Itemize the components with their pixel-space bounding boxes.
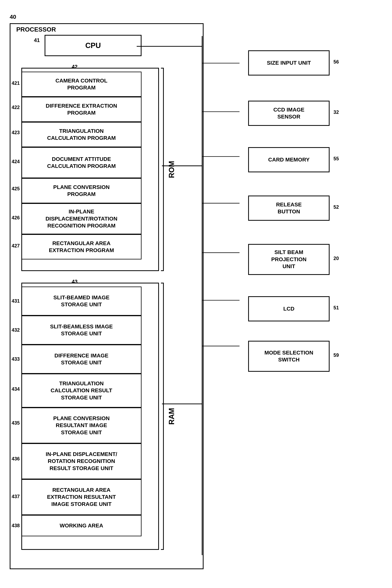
- storage-box-432: SLIT-BEAMLESS IMAGESTORAGE UNIT: [21, 316, 142, 345]
- program-427-text: RECTANGULAR AREAEXTRACTION PROGRAM: [49, 240, 114, 254]
- ref-438: 438: [12, 523, 20, 528]
- ram-label: RAM: [168, 408, 176, 425]
- storage-433-text: DIFFERENCE IMAGESTORAGE UNIT: [54, 352, 108, 366]
- ref-433: 433: [12, 356, 20, 362]
- program-423-text: TRIANGULATIONCALCULATION PROGRAM: [47, 128, 116, 142]
- ref-32: 32: [334, 109, 339, 115]
- program-box-426: IN-PLANEDISPLACEMENT/ROTATIONRECOGNITION…: [21, 203, 142, 234]
- ref-425: 425: [12, 186, 20, 192]
- processor-label: PROCESSOR: [16, 26, 56, 33]
- storage-431-text: SLIT-BEAMED IMAGESTORAGE UNIT: [53, 294, 109, 308]
- lcd-text: LCD: [283, 305, 294, 312]
- rom-label-container: ROM: [163, 68, 180, 271]
- program-421-text: CAMERA CONTROLPROGRAM: [56, 77, 108, 91]
- program-box-424: DOCUMENT ATTITUDECALCULATION PROGRAM: [21, 147, 142, 178]
- slit-beam-text: SILT BEAMPROJECTIONUNIT: [271, 249, 306, 270]
- storage-box-434: TRIANGULATIONCALCULATION RESULTSTORAGE U…: [21, 374, 142, 407]
- right-box-card-memory: CARD MEMORY: [248, 147, 330, 172]
- ref-51: 51: [334, 305, 339, 311]
- storage-438-text: WORKING AREA: [60, 522, 103, 529]
- ref-426: 426: [12, 215, 20, 220]
- storage-box-437: RECTANGULAR AREAEXTRACTION RESULTANTIMAG…: [21, 479, 142, 515]
- storage-box-433: DIFFERENCE IMAGESTORAGE UNIT: [21, 345, 142, 374]
- storage-432-text: SLIT-BEAMLESS IMAGESTORAGE UNIT: [50, 323, 113, 337]
- storage-435-text: PLANE CONVERSIONRESULTANT IMAGESTORAGE U…: [53, 415, 110, 436]
- ref-59: 59: [334, 352, 339, 358]
- storage-437-text: RECTANGULAR AREAEXTRACTION RESULTANTIMAG…: [47, 487, 116, 508]
- ram-label-container: RAM: [163, 283, 180, 550]
- right-box-slit-beam: SILT BEAMPROJECTIONUNIT: [248, 244, 330, 275]
- program-426-text: IN-PLANEDISPLACEMENT/ROTATIONRECOGNITION…: [46, 208, 118, 229]
- storage-box-436: IN-PLANE DISPLACEMENT/ROTATION RECOGNITI…: [21, 443, 142, 479]
- release-button-text: RELEASEBUTTON: [276, 201, 302, 215]
- storage-box-431: SLIT-BEAMED IMAGESTORAGE UNIT: [21, 287, 142, 316]
- ref-423: 423: [12, 130, 20, 135]
- cpu-box: CPU: [44, 35, 142, 56]
- ref-424: 424: [12, 159, 20, 164]
- program-box-425: PLANE CONVERSIONPROGRAM: [21, 178, 142, 203]
- ref-431: 431: [12, 298, 20, 304]
- ccd-text: CCD IMAGESENSOR: [273, 106, 304, 120]
- ref-436: 436: [12, 456, 20, 462]
- right-box-mode-selection: MODE SELECTIONSWITCH: [248, 341, 330, 372]
- program-box-423: TRIANGULATIONCALCULATION PROGRAM: [21, 122, 142, 147]
- program-424-text: DOCUMENT ATTITUDECALCULATION PROGRAM: [47, 156, 116, 170]
- ref-432: 432: [12, 327, 20, 333]
- ref-437: 437: [12, 494, 20, 499]
- cpu-label: CPU: [85, 41, 101, 50]
- right-box-lcd: LCD: [248, 296, 330, 321]
- program-422-text: DIFFERENCE EXTRACTIONPROGRAM: [46, 102, 117, 117]
- ref-435: 435: [12, 420, 20, 426]
- right-box-size-input: SIZE INPUT UNIT: [248, 50, 330, 75]
- program-box-422: DIFFERENCE EXTRACTIONPROGRAM: [21, 97, 142, 122]
- ref-20: 20: [334, 256, 339, 261]
- ref-434: 434: [12, 386, 20, 392]
- ref-40: 40: [10, 13, 16, 20]
- rom-label: ROM: [168, 161, 176, 178]
- program-425-text: PLANE CONVERSIONPROGRAM: [53, 184, 110, 198]
- storage-434-text: TRIANGULATIONCALCULATION RESULTSTORAGE U…: [50, 380, 112, 401]
- storage-box-438: WORKING AREA: [21, 515, 142, 536]
- right-box-ccd: CCD IMAGESENSOR: [248, 101, 330, 126]
- storage-box-435: PLANE CONVERSIONRESULTANT IMAGESTORAGE U…: [21, 407, 142, 443]
- ref-52: 52: [334, 204, 339, 210]
- ref-56: 56: [334, 59, 339, 65]
- ref-421: 421: [12, 80, 20, 86]
- ref-422: 422: [12, 105, 20, 110]
- storage-436-text: IN-PLANE DISPLACEMENT/ROTATION RECOGNITI…: [46, 451, 117, 472]
- mode-selection-text: MODE SELECTIONSWITCH: [264, 349, 313, 363]
- ref-427: 427: [12, 243, 20, 249]
- right-box-release: RELEASEBUTTON: [248, 196, 330, 221]
- card-memory-text: CARD MEMORY: [268, 156, 310, 163]
- size-input-text: SIZE INPUT UNIT: [267, 59, 311, 66]
- program-box-421: CAMERA CONTROLPROGRAM: [21, 72, 142, 97]
- ref-41: 41: [34, 37, 40, 43]
- ref-55: 55: [334, 156, 339, 162]
- program-box-427: RECTANGULAR AREAEXTRACTION PROGRAM: [21, 234, 142, 259]
